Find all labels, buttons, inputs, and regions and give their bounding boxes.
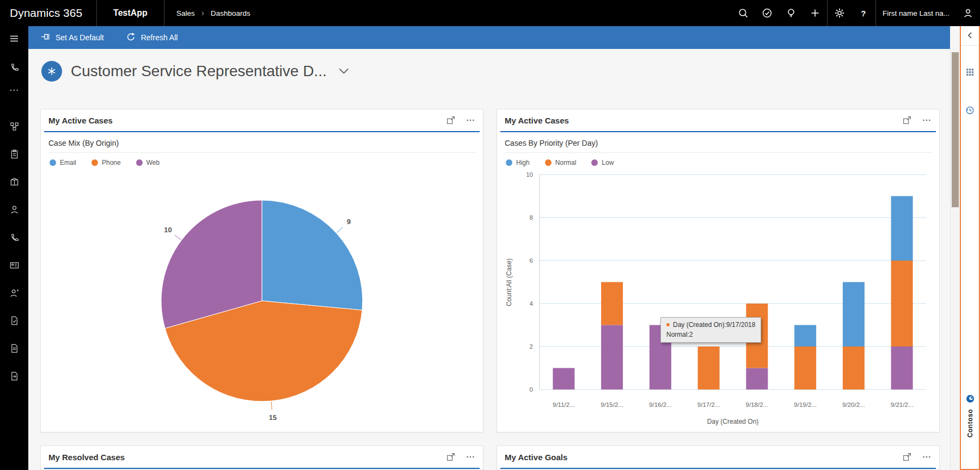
popout-icon[interactable] bbox=[446, 452, 456, 462]
refresh-all-button[interactable]: Refresh All bbox=[126, 32, 178, 44]
set-as-default-button[interactable]: Set As Default bbox=[40, 32, 104, 44]
app-name[interactable]: TestApp bbox=[97, 8, 164, 18]
bar-segment-low[interactable] bbox=[891, 347, 913, 389]
more-sitemap-icon[interactable]: ⋯ bbox=[0, 81, 28, 99]
contacts-person-icon[interactable] bbox=[0, 200, 28, 219]
bar-segment-high[interactable] bbox=[891, 196, 913, 261]
lightbulb-icon[interactable] bbox=[779, 0, 803, 26]
quick-create-plus-icon[interactable] bbox=[803, 0, 827, 26]
legend-item: Low bbox=[591, 159, 614, 166]
cards-badge-icon[interactable] bbox=[0, 256, 28, 274]
legend-item: High bbox=[506, 159, 530, 166]
dynamics-dashboard-screen: Dynamics 365 TestApp Sales › Dashboards bbox=[0, 0, 980, 470]
topbar-actions: ? First name Last na... bbox=[731, 0, 980, 26]
pie-label-line bbox=[337, 227, 343, 233]
y-tick-label: 4 bbox=[530, 300, 534, 307]
queues-box-icon[interactable] bbox=[0, 172, 28, 191]
refresh-icon bbox=[126, 32, 136, 44]
dashboard-icon bbox=[41, 61, 62, 82]
articles-doc-check-icon[interactable] bbox=[0, 311, 28, 330]
popout-icon[interactable] bbox=[902, 115, 912, 125]
bar-segment-low[interactable] bbox=[601, 325, 623, 390]
popout-icon[interactable] bbox=[902, 452, 912, 462]
pie-chart-svg[interactable]: 91510 bbox=[41, 175, 483, 430]
settings-gear-icon[interactable] bbox=[828, 0, 852, 26]
more-options-icon[interactable] bbox=[922, 115, 932, 125]
hub-icon[interactable] bbox=[0, 117, 28, 135]
more-options-icon[interactable] bbox=[465, 452, 475, 462]
bar-segment-normal[interactable] bbox=[698, 347, 720, 389]
chevron-right-icon: › bbox=[201, 8, 204, 18]
y-axis-title: Count:All (Case) bbox=[505, 258, 513, 306]
x-tick-label: 9/15/2... bbox=[601, 401, 623, 408]
collapse-rail-button[interactable] bbox=[961, 25, 979, 46]
x-tick-label: 9/19/2... bbox=[794, 401, 817, 408]
recent-history-icon[interactable] bbox=[965, 105, 975, 118]
dynamics-365-logo[interactable]: Dynamics 365 bbox=[0, 7, 96, 20]
legend-label: High bbox=[516, 159, 530, 166]
bar-segment-high[interactable] bbox=[843, 282, 865, 347]
site-map-sidebar: ⋯ bbox=[0, 26, 28, 470]
set-as-default-label: Set As Default bbox=[56, 33, 104, 42]
waffle-grid-icon[interactable] bbox=[965, 67, 975, 79]
bar-segment-normal[interactable] bbox=[891, 261, 913, 347]
tile-my-active-cases-bar: My Active Cases Cases By Priority (Per D… bbox=[497, 109, 940, 432]
check-circle-icon[interactable] bbox=[755, 0, 779, 26]
bar-segment-low[interactable] bbox=[746, 368, 768, 390]
pie-legend: Email Phone Web bbox=[41, 153, 483, 169]
more-options-icon[interactable] bbox=[922, 452, 932, 462]
bar-segment-normal[interactable] bbox=[843, 347, 865, 389]
tile-title: My Active Goals bbox=[505, 453, 902, 462]
bar-segment-normal[interactable] bbox=[794, 347, 816, 389]
bar-chart-svg[interactable]: 02468109/11/2...9/15/2...9/16/2...9/17/2… bbox=[497, 169, 940, 430]
x-tick-label: 9/21/2... bbox=[891, 401, 914, 408]
tile-my-resolved-cases: My Resolved Cases bbox=[40, 446, 483, 470]
scrollbar-thumb[interactable] bbox=[952, 52, 959, 207]
resources-person-icon[interactable] bbox=[0, 283, 28, 302]
documents-doc-icon[interactable] bbox=[0, 339, 28, 357]
bar-segment-normal[interactable] bbox=[601, 282, 623, 325]
reports-doc-send-icon[interactable] bbox=[0, 367, 28, 385]
phone-activities-icon[interactable] bbox=[0, 58, 28, 76]
tile-my-active-cases-pie: My Active Cases Case Mix (By Origin) bbox=[40, 109, 483, 432]
legend-dot bbox=[591, 159, 598, 166]
y-tick-label: 0 bbox=[530, 386, 533, 393]
help-icon[interactable]: ? bbox=[852, 0, 875, 26]
calls-phone-icon[interactable] bbox=[0, 228, 28, 246]
tile-title: My Resolved Cases bbox=[48, 453, 446, 462]
tile-accent-line bbox=[44, 468, 480, 469]
dashboard-title[interactable]: Customer Service Representative D... bbox=[71, 63, 327, 80]
dashboard-selector-chevron-icon[interactable] bbox=[339, 68, 349, 75]
pie-label-line bbox=[175, 235, 181, 240]
pie-data-label: 15 bbox=[269, 413, 277, 422]
legend-label: Email bbox=[60, 159, 76, 166]
legend-item: Normal bbox=[545, 159, 577, 166]
tile-title: My Active Cases bbox=[505, 116, 902, 125]
user-avatar-icon[interactable] bbox=[956, 0, 980, 26]
more-options-icon[interactable] bbox=[465, 115, 475, 125]
breadcrumb-section[interactable]: Sales bbox=[176, 9, 195, 17]
search-icon[interactable] bbox=[731, 0, 755, 26]
pie-data-label: 9 bbox=[347, 218, 351, 226]
user-name-menu[interactable]: First name Last na... bbox=[876, 9, 956, 17]
bar-segment-high[interactable] bbox=[794, 325, 816, 347]
x-tick-label: 9/20/2... bbox=[842, 401, 865, 408]
pie-slice-email[interactable] bbox=[262, 200, 363, 310]
popout-icon[interactable] bbox=[446, 115, 456, 125]
breadcrumb-page[interactable]: Dashboards bbox=[211, 9, 250, 17]
y-tick-label: 8 bbox=[530, 214, 533, 221]
tooltip-line1: Day (Created On):9/17/2018 bbox=[673, 321, 755, 329]
dashboard-header: Customer Service Representative D... bbox=[41, 61, 349, 82]
chart-title: Cases By Priority (Per Day) bbox=[497, 132, 939, 152]
legend-dot bbox=[545, 159, 552, 166]
tasks-clipboard-icon[interactable] bbox=[0, 145, 28, 163]
pie-label-line bbox=[271, 401, 272, 410]
menu-hamburger-icon[interactable] bbox=[0, 29, 28, 48]
bar-segment-low[interactable] bbox=[553, 368, 574, 390]
right-rail-panel: Contoso bbox=[960, 24, 980, 470]
tile-my-active-goals: My Active Goals bbox=[497, 446, 940, 470]
legend-label: Normal bbox=[555, 159, 577, 166]
x-tick-label: 9/11/2... bbox=[553, 401, 575, 408]
vertical-scrollbar[interactable] bbox=[950, 49, 960, 470]
breadcrumb: Sales › Dashboards bbox=[164, 8, 262, 18]
